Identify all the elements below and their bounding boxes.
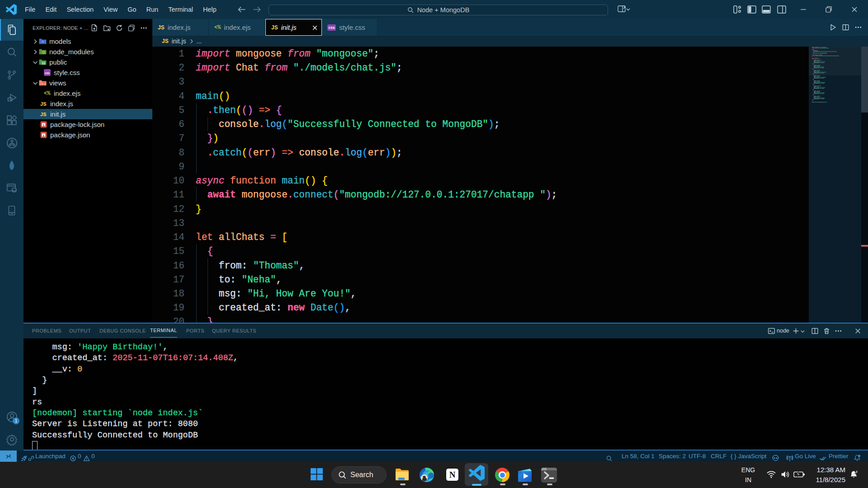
svg-text:<>: <> [42,82,46,86]
svg-text:JS: JS [40,112,47,117]
svg-text:css: css [45,71,50,75]
svg-text:n: n [43,51,45,54]
svg-text:z: z [856,470,858,473]
svg-text:<%: <% [44,90,51,96]
svg-text:JS: JS [40,101,47,107]
